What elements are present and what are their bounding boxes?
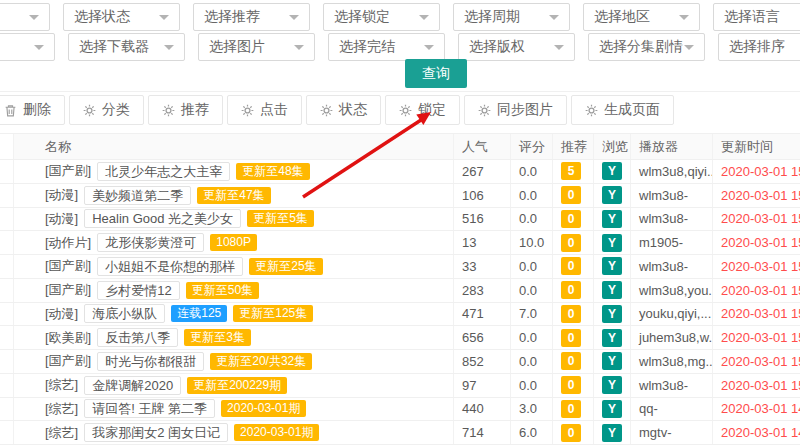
recommend-badge[interactable]: 0 [561, 234, 581, 252]
update-badge: 更新至3集 [184, 329, 251, 346]
update-badge: 更新至200229期 [187, 377, 287, 394]
filter-dropdown-label: 选择状态 [74, 8, 130, 26]
table-row[interactable]: [综艺]请回答! 王牌 第二季2020-03-01期4403.00Yqq-202… [0, 398, 800, 422]
name-cell: [综艺]金牌调解2020更新至200229期 [13, 374, 453, 397]
filter-dropdown[interactable]: 选择完结 [328, 33, 445, 61]
chevron-down-icon [679, 15, 689, 25]
table-row[interactable]: [动作片]龙形侠影黄澄可1080P1310.00Ym1905-2020-03-0… [0, 231, 800, 255]
filter-dropdown[interactable]: 选择周期 [453, 3, 570, 31]
views-badge[interactable]: Y [602, 257, 622, 275]
recommend-cell: 0 [552, 326, 593, 349]
rating-cell: 0.0 [510, 374, 552, 397]
player-list: juhem3u8,w... [639, 330, 712, 345]
views-badge[interactable]: Y [602, 305, 622, 323]
rating-value: 0.0 [519, 259, 537, 274]
table-row[interactable]: [国产剧]北灵少年志之大主宰更新至48集2670.05Ywlm3u8,qiyi.… [0, 160, 800, 184]
recommend-badge[interactable]: 0 [561, 210, 581, 228]
filter-dropdown[interactable] [0, 3, 50, 31]
update-time: 2020-03-01 14:00 [721, 401, 800, 416]
name-cell: [国产剧]乡村爱情12更新至50集 [13, 279, 453, 302]
update-time-cell: 2020-03-01 14:00 [712, 398, 800, 421]
toolbar-button-8[interactable]: 生成页面 [571, 95, 674, 125]
views-badge[interactable]: Y [602, 186, 622, 204]
table-row[interactable]: [国产剧]小姐姐不是你想的那样更新至25集330.00Ywlm3u8-2020-… [0, 255, 800, 279]
table-row[interactable]: [国产剧]乡村爱情12更新至50集2830.00Ywlm3u8,you...20… [0, 279, 800, 303]
recommend-badge[interactable]: 0 [561, 186, 581, 204]
views-cell: Y [593, 184, 630, 207]
filter-dropdown[interactable]: 选择状态 [63, 3, 180, 31]
query-button[interactable]: 查询 [405, 59, 467, 88]
views-badge[interactable]: Y [602, 400, 622, 418]
update-time: 2020-03-01 15:00 [721, 283, 800, 298]
category-label: [欧美剧] [45, 329, 91, 347]
views-cell: Y [593, 231, 630, 254]
recommend-badge[interactable]: 0 [561, 424, 581, 442]
popularity-value: 440 [462, 401, 484, 416]
recommend-badge[interactable]: 0 [561, 352, 581, 370]
filter-dropdown[interactable]: 选择版权 [458, 33, 575, 61]
checkbox-cell [0, 303, 13, 326]
recommend-badge[interactable]: 0 [561, 281, 581, 299]
toolbar-button-4[interactable]: 点击 [227, 95, 302, 125]
table-row[interactable]: [欧美剧]反击第八季更新至3集6560.00Yjuhem3u8,w...2020… [0, 326, 800, 350]
table-row[interactable]: [综艺]我家那闺女2 闺女日记2020-03-01期7146.00Ymgtv-2… [0, 421, 800, 445]
filter-dropdown[interactable] [0, 33, 55, 61]
toolbar-button-label: 点击 [260, 101, 288, 119]
recommend-badge[interactable]: 5 [561, 162, 581, 180]
recommend-badge[interactable]: 0 [561, 329, 581, 347]
toolbar-button-6[interactable]: 锁定 [385, 95, 460, 125]
update-time-cell: 2020-03-01 15:00 [712, 350, 800, 373]
views-badge[interactable]: Y [602, 329, 622, 347]
section-divider [0, 91, 800, 92]
filter-dropdown[interactable]: 选择地区 [583, 3, 700, 31]
recommend-cell: 0 [552, 374, 593, 397]
filter-dropdown[interactable]: 选择锁定 [323, 3, 440, 31]
name-cell: [国产剧]北灵少年志之大主宰更新至48集 [13, 160, 453, 183]
filter-dropdown[interactable]: 选择分集剧情 [588, 33, 705, 61]
filter-dropdown[interactable]: 选择排序 [718, 33, 800, 61]
views-badge[interactable]: Y [602, 234, 622, 252]
rating-value: 0.0 [519, 283, 537, 298]
toolbar-button-5[interactable]: 状态 [306, 95, 381, 125]
toolbar-button-7[interactable]: 同步图片 [464, 95, 567, 125]
views-badge[interactable]: Y [602, 424, 622, 442]
rating-cell: 0.0 [510, 208, 552, 231]
toolbar-button-1[interactable]: 删除 [0, 95, 65, 125]
table-row[interactable]: [综艺]金牌调解2020更新至200229期970.00Ywlm3u8-2020… [0, 374, 800, 398]
table-row[interactable]: [动漫]美妙频道第二季更新至47集1060.00Ywlm3u8-2020-03-… [0, 184, 800, 208]
filter-dropdown[interactable]: 选择语言 [713, 3, 800, 31]
toolbar-button-3[interactable]: 推荐 [148, 95, 223, 125]
toolbar-button-2[interactable]: 分类 [69, 95, 144, 125]
recommend-badge[interactable]: 0 [561, 305, 581, 323]
views-badge[interactable]: Y [602, 281, 622, 299]
player-cell: wlm3u8- [630, 184, 712, 207]
checkbox-cell [0, 374, 13, 397]
filter-dropdown[interactable]: 选择图片 [198, 33, 315, 61]
update-badge: 1080P [210, 234, 257, 251]
views-badge[interactable]: Y [602, 210, 622, 228]
column-header: 推荐 [552, 134, 593, 159]
recommend-cell: 0 [552, 279, 593, 302]
table-row[interactable]: [动漫]Healin Good 光之美少女更新至5集5160.00Ywlm3u8… [0, 208, 800, 232]
filter-dropdown[interactable]: 选择推荐 [193, 3, 310, 31]
category-label: [国产剧] [45, 162, 91, 180]
popularity-cell: 97 [453, 374, 510, 397]
gear-icon [83, 104, 96, 117]
recommend-badge[interactable]: 0 [561, 376, 581, 394]
views-badge[interactable]: Y [602, 352, 622, 370]
update-time-cell: 2020-03-01 15:00 [712, 184, 800, 207]
table-row[interactable]: [国产剧]时光与你都很甜更新至20/共32集8520.00Ywlm3u8,mg.… [0, 350, 800, 374]
recommend-badge[interactable]: 0 [561, 400, 581, 418]
views-badge[interactable]: Y [602, 376, 622, 394]
views-badge[interactable]: Y [602, 162, 622, 180]
rating-value: 0.0 [519, 330, 537, 345]
chevron-down-icon [294, 45, 304, 55]
table-row[interactable]: [动漫]海底小纵队连载125更新至125集4717.00Yyouku,qiyi,… [0, 303, 800, 327]
recommend-badge[interactable]: 0 [561, 257, 581, 275]
popularity-value: 516 [462, 211, 484, 226]
toolbar-button-label: 状态 [339, 101, 367, 119]
filter-dropdown[interactable]: 选择下载器 [68, 33, 185, 61]
video-title: 龙形侠影黄澄可 [97, 233, 204, 252]
player-list: wlm3u8,mg... [639, 354, 712, 369]
update-time-cell: 2020-03-01 14:00 [712, 421, 800, 444]
